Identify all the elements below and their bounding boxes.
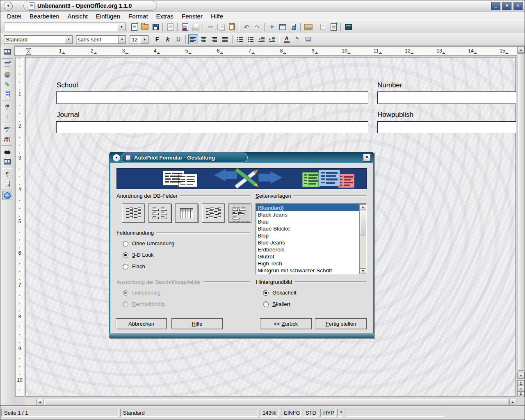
bold-button[interactable]: F bbox=[152, 34, 162, 44]
menu-bearbeiten[interactable]: Bearbeiten bbox=[25, 12, 64, 20]
align-right-button[interactable] bbox=[210, 34, 219, 44]
dialog-menu-button[interactable]: ▼ bbox=[112, 154, 121, 162]
dialog-titlebar[interactable]: ▼ AutoPilot Formular - Gestaltung ✕ bbox=[109, 152, 374, 163]
menu-hilfe[interactable]: Hilfe bbox=[207, 12, 227, 20]
scroll-right-button[interactable]: ▶ bbox=[509, 399, 516, 406]
list-item[interactable]: (Standard) bbox=[256, 204, 360, 211]
font-size-combobox[interactable]: 12 ▼ bbox=[130, 35, 148, 44]
decrease-indent-button[interactable] bbox=[256, 34, 266, 44]
underline-button[interactable]: U bbox=[173, 34, 183, 44]
autotext-button[interactable]: AB✓ bbox=[2, 102, 12, 112]
dropdown-arrow-icon[interactable]: ▼ bbox=[65, 36, 72, 43]
status-selection-mode[interactable]: STD bbox=[303, 409, 318, 417]
help-button[interactable]: Hilfe bbox=[171, 318, 223, 329]
list-item[interactable]: Erdbeereis bbox=[256, 246, 360, 253]
dropdown-arrow-icon[interactable]: ▼ bbox=[141, 36, 148, 43]
status-page-style[interactable]: Standard bbox=[120, 409, 258, 417]
arrangement-as-datasheet-button[interactable] bbox=[175, 203, 198, 223]
numbered-list-button[interactable] bbox=[235, 34, 245, 44]
scroll-up-button[interactable]: ▲ bbox=[517, 46, 525, 53]
menu-einfuegen[interactable]: Einfügen bbox=[92, 12, 124, 20]
horizontal-ruler[interactable]: 1 2 3 4 5 6 7 8 9 10 11 12 13 14 15 bbox=[14, 46, 518, 56]
dropdown-arrow-icon[interactable]: ▼ bbox=[118, 36, 126, 43]
vertical-ruler[interactable]: 1 2 3 4 5 6 7 8 9 10 bbox=[15, 57, 24, 397]
scroll-up-button[interactable]: ▲ bbox=[360, 204, 366, 210]
draw-functions-button[interactable]: ✎ bbox=[2, 80, 12, 89]
new-document-button[interactable] bbox=[129, 22, 139, 32]
find-replace-button[interactable] bbox=[2, 147, 12, 157]
export-pdf-button[interactable] bbox=[180, 22, 190, 32]
radio-skaliert[interactable]: Skaliert bbox=[263, 301, 290, 307]
list-item[interactable]: Blau bbox=[256, 218, 360, 225]
horizontal-scrollbar[interactable]: ◀ ▶ bbox=[25, 398, 516, 406]
navigation-button[interactable]: ● bbox=[517, 386, 525, 391]
radio-icon[interactable] bbox=[263, 301, 269, 307]
menu-format[interactable]: Format bbox=[124, 12, 152, 20]
status-zoom[interactable]: 143% bbox=[260, 409, 279, 417]
dialog-close-button[interactable]: ✕ bbox=[363, 154, 371, 162]
back-button[interactable]: << Zurück bbox=[260, 318, 312, 329]
highlighting-button[interactable]: ✎ bbox=[292, 34, 302, 44]
nonprinting-characters-button[interactable]: ¶ bbox=[2, 169, 12, 179]
align-center-button[interactable] bbox=[199, 34, 209, 44]
font-color-button[interactable]: A bbox=[282, 34, 292, 44]
url-combobox[interactable]: ▼ bbox=[4, 23, 126, 31]
close-button[interactable]: ✕ bbox=[514, 2, 523, 10]
font-name-combobox[interactable]: sans-serif ▼ bbox=[76, 35, 126, 44]
insert-table-button[interactable] bbox=[2, 47, 12, 57]
status-page[interactable]: Seite 1 / 1 bbox=[1, 409, 119, 417]
insert-object-button[interactable] bbox=[2, 70, 12, 79]
list-item[interactable]: Mintgrün mit schwarzer Schrift bbox=[256, 267, 360, 274]
insert-fields-button[interactable] bbox=[2, 60, 12, 69]
radio-icon[interactable] bbox=[123, 241, 128, 247]
autopilot-button[interactable] bbox=[329, 22, 338, 32]
data-sources-button[interactable] bbox=[343, 22, 353, 32]
field-input-number[interactable] bbox=[377, 91, 516, 104]
field-input-howpublish[interactable] bbox=[377, 121, 516, 133]
scrollbar-thumb[interactable] bbox=[44, 399, 509, 406]
graphics-on-off-button[interactable]: ✕ bbox=[2, 179, 12, 189]
list-item[interactable]: Glutrot bbox=[256, 253, 360, 260]
radio-icon[interactable] bbox=[123, 264, 128, 269]
arrangement-blocks-labels-above-button[interactable] bbox=[228, 203, 251, 223]
minimize-button[interactable]: _ bbox=[491, 2, 500, 10]
menu-extras[interactable]: Extras bbox=[152, 12, 178, 20]
scroll-down-button[interactable]: ▼ bbox=[517, 372, 525, 379]
menu-ansicht[interactable]: Ansicht bbox=[64, 12, 92, 20]
open-button[interactable] bbox=[140, 22, 150, 32]
align-left-button[interactable] bbox=[188, 34, 198, 44]
list-item[interactable]: Black Jeans bbox=[256, 211, 360, 218]
hyperlink-button[interactable] bbox=[288, 22, 298, 32]
menu-datei[interactable]: Datei bbox=[3, 12, 25, 20]
previous-page-button[interactable]: ▲▲ bbox=[517, 380, 525, 386]
arrangement-blocks-labels-left-button[interactable] bbox=[202, 203, 225, 223]
scrollbar-thumb[interactable] bbox=[360, 210, 366, 235]
vertical-scrollbar[interactable]: ▲ ▼ ▲▲ ● ▼▼ bbox=[517, 46, 525, 397]
status-insert-mode[interactable]: EINFG bbox=[281, 409, 301, 417]
menu-fenster[interactable]: Fenster bbox=[178, 12, 207, 20]
justify-button[interactable] bbox=[220, 34, 230, 44]
scroll-down-button[interactable]: ▼ bbox=[360, 268, 366, 274]
list-item[interactable]: Blue Jeans bbox=[256, 239, 360, 246]
scroll-left-button[interactable]: ◀ bbox=[37, 399, 43, 406]
field-input-journal[interactable] bbox=[56, 121, 368, 133]
scrollbar-thumb[interactable] bbox=[518, 53, 524, 371]
online-layout-button[interactable] bbox=[2, 191, 12, 200]
auto-spellcheck-button[interactable]: ABC bbox=[2, 135, 12, 144]
list-item[interactable]: Blop bbox=[256, 232, 360, 239]
background-color-button[interactable] bbox=[303, 34, 313, 44]
radio-ohne-umrandung[interactable]: Ohne Umrandung bbox=[123, 240, 174, 247]
radio-icon-selected[interactable] bbox=[263, 290, 269, 296]
increase-indent-button[interactable] bbox=[267, 34, 277, 44]
tab-stop-selector-icon[interactable] bbox=[26, 48, 31, 55]
next-page-button[interactable]: ▼▼ bbox=[517, 391, 525, 397]
radio-gekachelt[interactable]: Gekachelt bbox=[263, 290, 297, 296]
radio-3d-look[interactable]: 3-D Look bbox=[123, 252, 154, 258]
window-menu-button[interactable]: ▼ bbox=[4, 2, 13, 11]
paste-button[interactable] bbox=[227, 22, 237, 32]
arrangement-columns-labels-left-button[interactable] bbox=[122, 203, 145, 223]
list-item[interactable]: Blaue Blöcke bbox=[256, 225, 360, 232]
undo-button[interactable]: ↶ bbox=[242, 22, 251, 32]
stylist-button[interactable] bbox=[278, 22, 288, 32]
shade-button[interactable]: ▼ bbox=[502, 2, 511, 10]
